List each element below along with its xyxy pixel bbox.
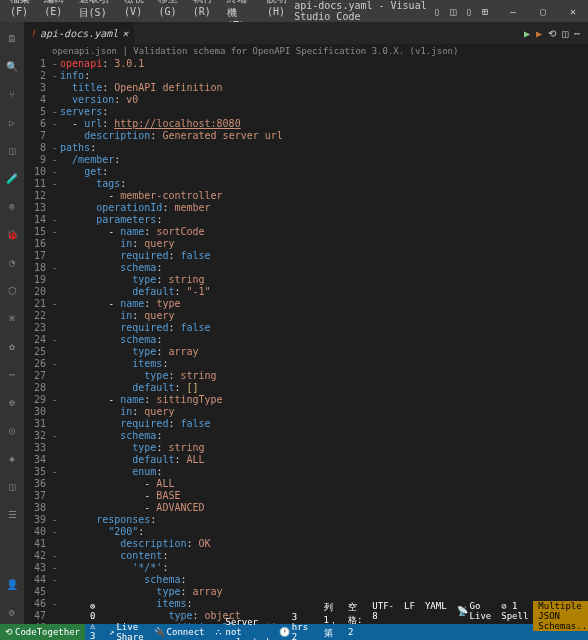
codetogether-icon[interactable]: ⌘ xyxy=(0,306,24,330)
status-eol[interactable]: LF xyxy=(399,601,420,611)
run-debug-icon[interactable]: ▷ xyxy=(0,110,24,134)
overflow-icon[interactable]: ⋯ xyxy=(0,362,24,386)
status-spaces[interactable]: 空格: 2 xyxy=(343,601,367,637)
window-title: api-docs.yaml - Visual Studio Code xyxy=(294,0,430,22)
docker-icon[interactable]: ◫ xyxy=(0,474,24,498)
status-ln-col[interactable]: 列 1，第 15 欄 xyxy=(319,601,343,640)
status-server[interactable]: ⛬Server not selected xyxy=(209,624,273,640)
status-language[interactable]: YAML xyxy=(420,601,452,611)
status-problems[interactable]: ⊗ 0 ⚠ 3 ⓘ 3 xyxy=(85,624,104,640)
breadcrumb[interactable]: openapi.json | Validation schema for Ope… xyxy=(24,44,588,58)
github-icon[interactable]: ⊕ xyxy=(0,390,24,414)
activitybar: 🗎 🔍 ⑂ ▷ ◫ 🧪 ⊚ 🐞 ◔ ⬡ ⌘ ✿ ⋯ ⊕ ◎ ◈ ◫ ☰ 👤 ⚙ xyxy=(0,22,24,624)
more-actions-icon[interactable]: ⋯ xyxy=(574,28,580,39)
close-button[interactable]: ✕ xyxy=(558,0,588,22)
status-connect[interactable]: 🔌Connect xyxy=(149,624,210,640)
toggle-sidebar-icon[interactable]: ▯ xyxy=(430,4,444,18)
split-editor-icon[interactable]: ◫ xyxy=(562,28,568,39)
main-area: 🗎 🔍 ⑂ ▷ ◫ 🧪 ⊚ 🐞 ◔ ⬡ ⌘ ✿ ⋯ ⊕ ◎ ◈ ◫ ☰ 👤 ⚙ … xyxy=(0,22,588,624)
titlebar: 檔案(F) 編輯(E) 選取項目(S) 檢視(V) 移至(G) 執行(R) 終端… xyxy=(0,0,588,22)
status-liveshare[interactable]: ↗Live Share xyxy=(104,624,149,640)
layout-customize-icon[interactable]: ⊞ xyxy=(478,4,492,18)
flask-icon[interactable]: 🧪 xyxy=(0,166,24,190)
gutter: 1234567891011121314151617181920212223242… xyxy=(24,58,52,624)
tabs-row: ! api-docs.yaml × ▶ ▶ ⟲ ◫ ⋯ xyxy=(24,22,588,44)
plugin-icon[interactable]: ✿ xyxy=(0,334,24,358)
statusbar: ⟲CodeTogether ⊗ 0 ⚠ 3 ⓘ 3 ↗Live Share 🔌C… xyxy=(0,624,588,640)
accounts-icon[interactable]: 👤 xyxy=(0,572,24,596)
tree-icon[interactable]: ☰ xyxy=(0,502,24,526)
toggle-secondary-icon[interactable]: ▯ xyxy=(462,4,476,18)
status-encoding[interactable]: UTF-8 xyxy=(367,601,399,621)
status-spell[interactable]: ⊘ 1 Spell xyxy=(496,601,533,621)
copilot-icon[interactable]: ◎ xyxy=(0,418,24,442)
toggle-panel-icon[interactable]: ◫ xyxy=(446,4,460,18)
project-icon[interactable]: ◈ xyxy=(0,446,24,470)
window-controls: ▯ ◫ ▯ ⊞ — ▢ ✕ xyxy=(430,0,588,22)
maximize-button[interactable]: ▢ xyxy=(528,0,558,22)
search-icon[interactable]: 🔍 xyxy=(0,54,24,78)
source-control-icon[interactable]: ⑂ xyxy=(0,82,24,106)
editor-area: ! api-docs.yaml × ▶ ▶ ⟲ ◫ ⋯ openapi.json… xyxy=(24,22,588,624)
status-schema[interactable]: Multiple JSON Schemas... xyxy=(533,601,588,631)
debug-start-icon[interactable]: ▶ xyxy=(536,28,542,39)
run-icon[interactable]: ▶ xyxy=(524,28,530,39)
status-codetogether[interactable]: ⟲CodeTogether xyxy=(0,624,85,640)
tab-label: api-docs.yaml xyxy=(40,28,118,39)
status-right: 列 1，第 15 欄 空格: 2 UTF-8 LF YAML 📡Go Live … xyxy=(319,601,589,640)
explorer-icon[interactable]: 🗎 xyxy=(0,26,24,50)
status-golive[interactable]: 📡Go Live xyxy=(452,601,497,621)
code-content[interactable]: -openapi: 3.0.1-info: title: OpenAPI def… xyxy=(52,58,588,624)
editor[interactable]: 1234567891011121314151617181920212223242… xyxy=(24,58,588,624)
wakatime-icon[interactable]: ◔ xyxy=(0,250,24,274)
compare-icon[interactable]: ⟲ xyxy=(548,28,556,39)
sql-icon[interactable]: ◫ xyxy=(0,138,24,162)
status-time[interactable]: 🕐3 hrs 2 mins xyxy=(274,624,319,640)
tabs-actions: ▶ ▶ ⟲ ◫ ⋯ xyxy=(524,22,588,44)
tab-api-docs[interactable]: ! api-docs.yaml × xyxy=(24,22,135,44)
debug-icon[interactable]: 🐞 xyxy=(0,222,24,246)
hexagon-icon[interactable]: ⬡ xyxy=(0,278,24,302)
remote-icon[interactable]: ⊚ xyxy=(0,194,24,218)
yaml-file-icon: ! xyxy=(30,28,36,39)
tab-close-icon[interactable]: × xyxy=(122,28,128,39)
settings-icon[interactable]: ⚙ xyxy=(0,600,24,624)
minimize-button[interactable]: — xyxy=(498,0,528,22)
